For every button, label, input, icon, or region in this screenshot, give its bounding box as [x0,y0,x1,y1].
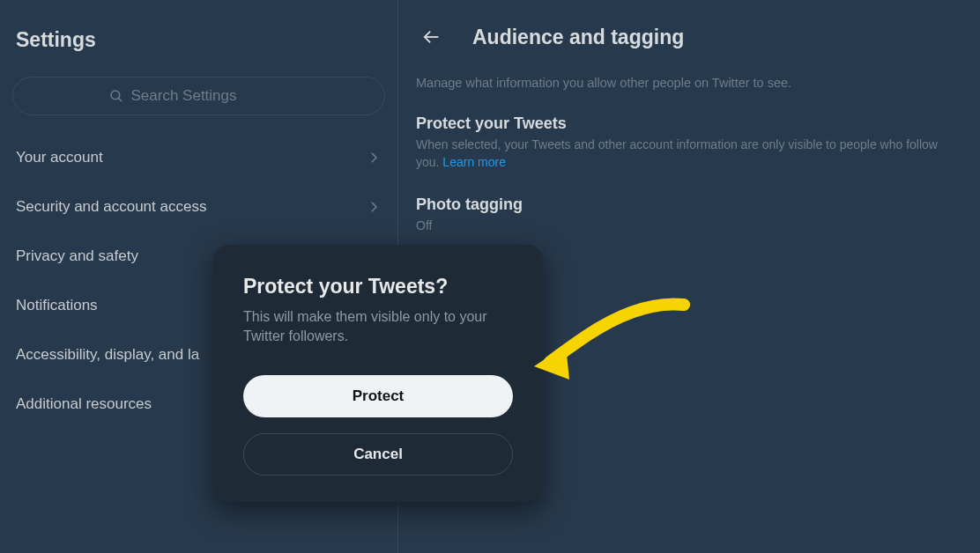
chevron-right-icon [366,199,382,215]
protect-tweets-modal: Protect your Tweets? This will make them… [213,245,543,502]
search-settings-field[interactable] [12,77,385,115]
sidebar-item-label: Privacy and safety [16,247,138,265]
chevron-right-icon [366,150,382,166]
photo-tagging-setting[interactable]: Photo tagging Off [398,195,980,235]
settings-title: Settings [16,28,385,52]
sidebar-item-label: Accessibility, display, and la [16,346,199,364]
sidebar-item-security[interactable]: Security and account access [12,182,385,232]
svg-point-0 [111,91,120,100]
search-input[interactable] [131,87,290,105]
sidebar-item-label: Your account [16,149,103,166]
page-title: Audience and tagging [472,26,684,49]
back-button[interactable] [416,21,448,53]
modal-description: This will make them visible only to your… [243,307,513,347]
protect-button[interactable]: Protect [243,375,513,417]
sidebar-item-your-account[interactable]: Your account [12,133,385,182]
search-icon [108,88,124,104]
setting-title: Protect your Tweets [416,114,962,133]
cancel-button[interactable]: Cancel [243,433,513,476]
protect-tweets-setting[interactable]: Protect your Tweets When selected, your … [398,114,980,171]
page-description: Manage what information you allow other … [398,76,980,90]
learn-more-link[interactable]: Learn more [442,155,506,169]
sidebar-item-label: Additional resources [16,395,152,413]
svg-line-1 [118,99,121,101]
setting-value: Off [416,218,962,235]
sidebar-item-label: Notifications [16,297,98,314]
setting-title: Photo tagging [416,195,962,214]
setting-description: When selected, your Tweets and other acc… [416,136,962,171]
sidebar-item-label: Security and account access [16,198,206,216]
modal-title: Protect your Tweets? [243,275,513,299]
